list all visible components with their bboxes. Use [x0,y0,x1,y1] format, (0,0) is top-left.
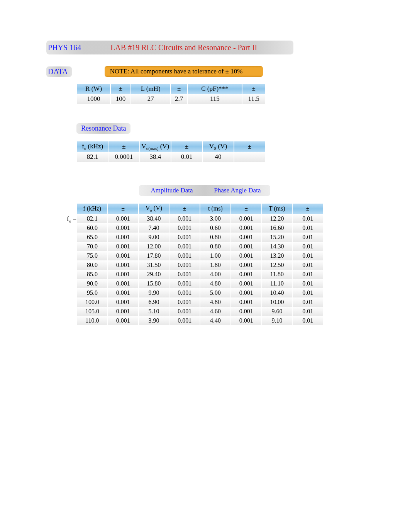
header-Lpm: ± [171,84,187,94]
cell-Tpm: 0.01 [293,242,323,251]
cell-T: 11.80 [262,270,292,279]
cell-tpm: 0.001 [231,214,261,223]
cell-T: 16.60 [262,223,292,233]
value-L: 27 [131,94,170,104]
cell-Tpm: 0.01 [293,307,323,316]
header-Tpm: ± [293,204,323,214]
cell-Tpm: 0.01 [293,288,323,297]
table-row: 65.00.0019.000.0010.800.00115.200.01 [77,233,323,242]
table-row: 75.00.00117.800.0011.000.00113.200.01 [77,251,323,260]
cell-f: 95.0 [77,288,107,297]
value-Rpm: 100 [111,94,130,104]
cell-f: 110.0 [77,316,107,325]
header-L: L (mH) [131,84,170,94]
lab-title: LAB #19 RLC Circuits and Resonance - Par… [110,43,257,52]
cell-f: 75.0 [77,251,107,260]
value-C: 115 [188,94,242,104]
cell-t: 1.80 [200,260,230,270]
component-table: R (W) ± L (mH) ± C (pF)*** ± 1000 100 27… [76,84,266,104]
header-fopm: ± [108,141,139,152]
cell-vo: 6.90 [139,297,169,307]
header-Cpm: ± [242,84,265,94]
value-Lpm: 2.7 [171,94,187,104]
cell-vopm: 0.001 [169,288,200,297]
cell-Tpm: 0.01 [293,279,323,288]
cell-vopm: 0.001 [169,260,200,270]
main-data-table: f (kHz) ± Vo (V) ± t (ms) ± T (ms) ± 82.… [76,204,324,325]
cell-f: 82.1 [77,214,107,223]
cell-fpm: 0.001 [108,233,138,242]
cell-tpm: 0.001 [231,223,261,233]
cell-vopm: 0.001 [169,214,200,223]
cell-f: 85.0 [77,270,107,279]
header-vopm: ± [169,204,200,214]
value-fopm: 0.0001 [108,152,139,162]
cell-fpm: 0.001 [108,242,138,251]
cell-fpm: 0.001 [108,214,138,223]
cell-tpm: 0.001 [231,242,261,251]
table-row: 85.00.00129.400.0014.000.00111.800.01 [77,270,323,279]
tolerance-note: NOTE: All components have a tolerance of… [105,66,263,77]
value-vspm [234,152,265,162]
cell-Tpm: 0.01 [293,214,323,223]
value-R: 1000 [77,94,110,104]
resonance-table: fo (kHz) ± Vo(max) (V) ± VS (V) ± 82.1 0… [76,141,266,162]
cell-tpm: 0.001 [231,260,261,270]
cell-vopm: 0.001 [169,242,200,251]
cell-vo: 9.00 [139,233,169,242]
table-row: 60.00.0017.400.0010.600.00116.600.01 [77,223,323,233]
cell-fpm: 0.001 [108,307,138,316]
table-row: 90.00.00115.800.0014.800.00111.100.01 [77,279,323,288]
cell-fpm: 0.001 [108,270,138,279]
cell-fpm: 0.001 [108,279,138,288]
cell-t: 0.80 [200,242,230,251]
cell-vopm: 0.001 [169,307,200,316]
header-tpm: ± [231,204,261,214]
cell-tpm: 0.001 [231,270,261,279]
cell-f: 90.0 [77,279,107,288]
cell-f: 100.0 [77,297,107,307]
data-section-label: DATA [46,66,72,77]
header-fo: fo (kHz) [77,141,108,152]
cell-Tpm: 0.01 [293,223,323,233]
cell-vo: 9.90 [139,288,169,297]
cell-f: 65.0 [77,233,107,242]
cell-tpm: 0.001 [231,297,261,307]
cell-vopm: 0.001 [169,316,200,325]
cell-t: 0.60 [200,223,230,233]
amplitude-label: Amplitude Data [139,187,205,194]
cell-vo: 17.80 [139,251,169,260]
header-T: T (ms) [262,204,292,214]
cell-Tpm: 0.01 [293,270,323,279]
cell-T: 9.60 [262,307,292,316]
cell-tpm: 0.001 [231,307,261,316]
cell-T: 10.40 [262,288,292,297]
cell-tpm: 0.001 [231,288,261,297]
title-bar: PHYS 164 LAB #19 RLC Circuits and Resona… [46,41,293,54]
cell-T: 15.20 [262,233,292,242]
table-row: 105.00.0015.100.0014.600.0019.600.01 [77,307,323,316]
table-row: 100.00.0016.900.0014.800.00110.000.01 [77,297,323,307]
cell-fpm: 0.001 [108,297,138,307]
table-row: 70.00.00112.000.0010.800.00114.300.01 [77,242,323,251]
cell-vopm: 0.001 [169,223,200,233]
cell-T: 10.00 [262,297,292,307]
value-Cpm: 11.5 [242,94,265,104]
cell-t: 4.00 [200,270,230,279]
phase-label: Phase Angle Data [205,187,270,194]
cell-vo: 12.00 [139,242,169,251]
cell-Tpm: 0.01 [293,316,323,325]
cell-t: 5.00 [200,288,230,297]
cell-Tpm: 0.01 [293,297,323,307]
cell-f: 60.0 [77,223,107,233]
cell-T: 12.20 [262,214,292,223]
cell-vopm: 0.001 [169,233,200,242]
cell-t: 4.80 [200,297,230,307]
cell-t: 0.80 [200,233,230,242]
cell-t: 3.00 [200,214,230,223]
cell-Tpm: 0.01 [293,260,323,270]
course-label: PHYS 164 [48,43,81,52]
cell-tpm: 0.001 [231,251,261,260]
cell-fpm: 0.001 [108,251,138,260]
header-C: C (pF)*** [188,84,242,94]
